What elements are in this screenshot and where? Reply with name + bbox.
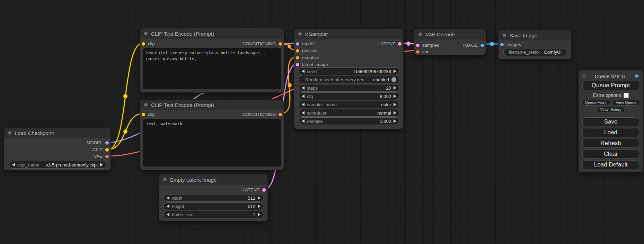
node-title-bar[interactable]: Empty Latent Image — [159, 174, 267, 185]
input-port-vae[interactable]: vae — [416, 49, 430, 54]
prompt-textarea[interactable]: text, watermark — [143, 119, 281, 166]
decrement-icon[interactable] — [12, 163, 15, 166]
conditioning-port-icon[interactable] — [279, 113, 282, 116]
decrement-icon[interactable] — [302, 94, 305, 98]
clear-button[interactable]: Clear — [582, 150, 639, 159]
seed-widget[interactable]: seed 156680208700286 — [298, 67, 400, 75]
decrement-icon[interactable] — [302, 111, 305, 115]
latent-port-icon[interactable] — [398, 42, 402, 46]
denoise-widget[interactable]: denoise 1.000 — [298, 117, 400, 125]
scheduler-widget[interactable]: scheduler normal — [298, 109, 400, 117]
input-port-clip[interactable]: clip — [142, 112, 155, 117]
cfg-widget[interactable]: cfg 8.000 — [298, 92, 400, 100]
width-widget[interactable]: width 512 — [163, 194, 264, 202]
output-port-model[interactable]: MODEL — [87, 140, 109, 145]
conditioning-port-icon[interactable] — [296, 49, 299, 53]
decrement-icon[interactable] — [167, 205, 169, 208]
output-port-latent[interactable]: LATENT — [242, 187, 266, 192]
increment-icon[interactable] — [100, 163, 103, 166]
increment-icon[interactable] — [258, 213, 261, 216]
model-port-icon[interactable] — [296, 42, 299, 46]
input-port-negative[interactable]: negative — [296, 55, 319, 60]
decrement-icon[interactable] — [167, 213, 169, 216]
save-button[interactable]: Save — [582, 117, 639, 126]
collapse-dot-icon[interactable] — [8, 131, 11, 135]
toggle-icon[interactable] — [391, 77, 396, 82]
image-port-icon[interactable] — [480, 44, 484, 47]
output-port-clip[interactable]: CLIP — [92, 147, 109, 152]
sampler-name-widget[interactable]: sampler_name euler — [298, 101, 400, 108]
load-button[interactable]: Load — [582, 128, 639, 137]
decrement-icon[interactable] — [302, 119, 305, 123]
node-clip-text-encode-positive[interactable]: CLIP Text Encode (Prompt) clip CONDITION… — [140, 28, 284, 93]
node-vae-decode[interactable]: VAE Decode samples vae IMAGE — [414, 29, 486, 55]
increment-icon[interactable] — [258, 205, 261, 208]
node-clip-text-encode-negative[interactable]: CLIP Text Encode (Prompt) clip CONDITION… — [140, 99, 284, 170]
batch-size-widget[interactable]: batch_size 1 — [163, 211, 264, 218]
steps-widget[interactable]: steps 20 — [298, 84, 400, 92]
model-port-icon[interactable] — [105, 141, 109, 145]
output-port-image[interactable]: IMAGE — [463, 43, 484, 48]
latent-port-icon[interactable] — [416, 44, 420, 47]
conditioning-port-icon[interactable] — [296, 56, 299, 60]
node-title-bar[interactable]: CLIP Text Encode (Prompt) — [140, 28, 284, 39]
queue-prompt-button[interactable]: Queue Prompt — [582, 81, 639, 90]
latent-port-icon[interactable] — [296, 63, 299, 66]
collapse-dot-icon[interactable] — [163, 178, 167, 181]
node-title-bar[interactable]: VAE Decode — [414, 29, 486, 39]
increment-icon[interactable] — [394, 119, 396, 123]
input-port-latent-image[interactable]: latent_image — [296, 62, 328, 67]
random-seed-toggle-widget[interactable]: Random seed after every gen enabled — [298, 76, 400, 83]
decrement-icon[interactable] — [167, 196, 169, 200]
ckpt-name-widget[interactable]: ckpt_name v1-5-pruned-emaonly.ckpt — [9, 161, 106, 169]
vae-port-icon[interactable] — [105, 155, 109, 158]
collapse-dot-icon[interactable] — [144, 103, 148, 107]
clip-port-icon[interactable] — [105, 148, 109, 152]
clip-port-icon[interactable] — [142, 42, 145, 46]
vae-port-icon[interactable] — [416, 50, 420, 54]
input-port-images[interactable]: images — [500, 42, 521, 47]
collapse-dot-icon[interactable] — [418, 33, 422, 36]
node-title-bar[interactable]: Save Image — [499, 30, 571, 40]
collapse-dot-icon[interactable] — [298, 32, 302, 36]
collapse-dot-icon[interactable] — [503, 34, 506, 37]
node-title-bar[interactable]: Load Checkpoint — [4, 128, 111, 138]
decrement-icon[interactable] — [302, 70, 305, 73]
input-port-positive[interactable]: positive — [296, 48, 317, 53]
node-ksampler[interactable]: KSampler model positive negative latent_… — [294, 28, 404, 129]
decrement-icon[interactable] — [302, 86, 305, 90]
load-default-button[interactable]: Load Default — [582, 160, 639, 169]
view-queue-button[interactable]: View Queue — [612, 100, 641, 106]
conditioning-port-icon[interactable] — [279, 42, 282, 46]
drag-handle-icon[interactable]: ⠿ — [582, 74, 585, 79]
input-port-samples[interactable]: samples — [416, 43, 439, 48]
settings-gear-icon[interactable]: ✱ — [634, 73, 639, 79]
image-port-icon[interactable] — [500, 43, 504, 46]
node-title-bar[interactable]: CLIP Text Encode (Prompt) — [140, 100, 284, 110]
node-save-image[interactable]: Save Image images filename_prefix ComfyU… — [498, 30, 572, 60]
increment-icon[interactable] — [394, 111, 396, 115]
clip-port-icon[interactable] — [142, 113, 145, 116]
input-port-clip[interactable]: clip — [142, 41, 155, 46]
height-widget[interactable]: height 512 — [163, 202, 264, 210]
queue-front-button[interactable]: Queue Front — [581, 100, 610, 106]
output-port-vae[interactable]: VAE — [94, 154, 109, 159]
node-load-checkpoint[interactable]: Load Checkpoint MODEL CLIP VAE ckpt_name… — [3, 127, 111, 171]
increment-icon[interactable] — [394, 103, 396, 106]
increment-icon[interactable] — [394, 70, 396, 73]
output-port-conditioning[interactable]: CONDITIONING — [242, 41, 282, 46]
increment-icon[interactable] — [394, 94, 396, 98]
extra-options-checkbox[interactable] — [624, 93, 629, 98]
view-history-button[interactable]: View History — [597, 107, 625, 113]
node-graph-canvas[interactable]: Load Checkpoint MODEL CLIP VAE ckpt_name… — [0, 0, 644, 244]
refresh-button[interactable]: Refresh — [582, 139, 639, 148]
filename-prefix-widget[interactable]: filename_prefix ComfyUI — [503, 48, 567, 56]
increment-icon[interactable] — [394, 86, 396, 90]
increment-icon[interactable] — [258, 196, 261, 200]
decrement-icon[interactable] — [302, 103, 305, 106]
collapse-dot-icon[interactable] — [144, 32, 148, 35]
latent-port-icon[interactable] — [262, 188, 266, 192]
node-title-bar[interactable]: KSampler — [294, 29, 403, 39]
output-port-conditioning[interactable]: CONDITIONING — [242, 112, 282, 117]
input-port-model[interactable]: model — [296, 41, 314, 46]
